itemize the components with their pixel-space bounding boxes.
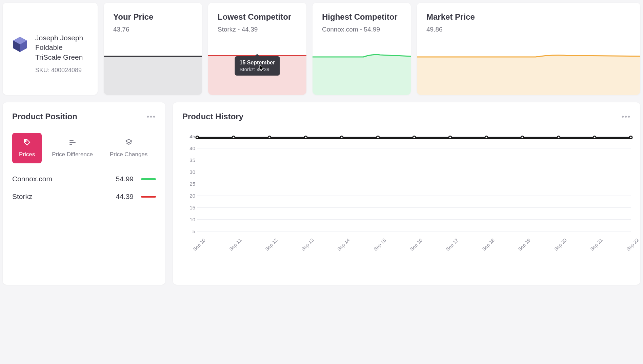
data-point[interactable] — [629, 136, 633, 139]
grid-line — [197, 219, 631, 220]
position-row: Connox.com54.99 — [12, 175, 156, 183]
data-point[interactable] — [304, 136, 307, 139]
card-title: Lowest Competitor — [218, 12, 297, 22]
y-axis-tick: 40 — [189, 145, 195, 151]
card-value: 43.76 — [113, 26, 193, 33]
product-sku: SKU: 400024089 — [35, 67, 89, 74]
panel-title: Product History — [182, 112, 243, 121]
package-icon — [11, 35, 29, 54]
position-tabs: Prices Price Difference Price Changes — [12, 133, 156, 163]
data-point[interactable] — [232, 136, 235, 139]
card-title: Market Price — [426, 12, 631, 22]
hover-tooltip: 15 September Storkz: 44.39 — [235, 56, 280, 76]
y-axis-tick: 25 — [189, 181, 195, 187]
grid-line — [197, 184, 631, 184]
data-point[interactable] — [412, 136, 416, 139]
data-point[interactable] — [448, 136, 452, 139]
tab-label: Prices — [19, 151, 35, 158]
y-axis-tick: 35 — [189, 157, 195, 163]
lowest-competitor-card: Lowest Competitor Storkz - 44.39 15 Sept… — [208, 3, 306, 95]
card-value: Storkz - 44.39 — [218, 26, 297, 33]
data-point[interactable] — [593, 136, 597, 139]
y-axis-tick: 45 — [189, 134, 195, 139]
card-value: 49.86 — [426, 26, 631, 33]
history-chart[interactable]: 45403530252015105 Sep 10Sep 11Sep 12Sep … — [182, 133, 631, 275]
product-position-panel: Product Position ••• Prices Price Differ… — [3, 102, 165, 285]
grid-line — [197, 148, 631, 148]
product-name: Joseph Joseph Foldable TriScale Green — [35, 33, 89, 62]
more-menu-icon[interactable]: ••• — [147, 113, 156, 121]
market-sparkline — [417, 54, 640, 95]
grid-line — [197, 160, 631, 160]
data-point[interactable] — [521, 136, 524, 139]
data-point[interactable] — [557, 136, 560, 139]
y-axis-tick: 20 — [189, 193, 195, 199]
y-axis-tick: 15 — [189, 205, 195, 210]
data-point[interactable] — [268, 136, 272, 139]
y-axis-tick: 10 — [189, 217, 195, 222]
grid-line — [197, 231, 631, 231]
tab-label: Price Changes — [110, 151, 148, 158]
tab-price-difference[interactable]: Price Difference — [45, 133, 100, 163]
grid-line — [197, 207, 631, 208]
competitor-price: 54.99 — [103, 175, 134, 183]
competitor-price: 44.39 — [103, 193, 134, 201]
your-price-card: Your Price 43.76 — [104, 3, 202, 95]
competitor-name: Storkz — [12, 193, 103, 201]
card-title: Highest Competitor — [322, 12, 401, 22]
grid-line — [197, 172, 631, 172]
panel-title: Product Position — [12, 112, 77, 121]
tab-price-changes[interactable]: Price Changes — [103, 133, 155, 163]
market-price-card: Market Price 49.86 — [417, 3, 640, 95]
highest-sparkline — [313, 54, 411, 95]
tab-prices[interactable]: Prices — [12, 133, 42, 163]
tab-label: Price Difference — [52, 151, 93, 158]
position-row: Storkz44.39 — [12, 193, 156, 201]
product-card: Joseph Joseph Foldable TriScale Green SK… — [3, 3, 98, 95]
tooltip-detail: Storkz: 44.39 — [240, 66, 275, 72]
price-indicator — [141, 178, 156, 180]
svg-point-0 — [25, 141, 26, 142]
card-value: Connox.com - 54.99 — [322, 26, 401, 33]
product-history-panel: Product History ••• 45403530252015105 Se… — [173, 102, 640, 285]
competitor-name: Connox.com — [12, 175, 103, 183]
highest-competitor-card: Highest Competitor Connox.com - 54.99 — [313, 3, 411, 95]
tooltip-date: 15 September — [240, 60, 275, 66]
card-title: Your Price — [113, 12, 193, 22]
your-price-sparkline — [104, 54, 202, 95]
price-indicator — [141, 196, 156, 198]
grid-line — [197, 196, 631, 196]
more-menu-icon[interactable]: ••• — [622, 113, 631, 121]
tag-icon — [23, 138, 31, 148]
layers-icon — [125, 138, 133, 148]
data-point[interactable] — [484, 136, 488, 139]
bars-icon — [68, 138, 77, 148]
y-axis-tick: 5 — [193, 228, 195, 234]
data-point[interactable] — [376, 136, 380, 139]
data-point[interactable] — [340, 136, 344, 139]
position-list: Connox.com54.99Storkz44.39 — [12, 175, 156, 201]
data-point[interactable] — [196, 136, 199, 139]
y-axis-tick: 30 — [189, 169, 195, 175]
